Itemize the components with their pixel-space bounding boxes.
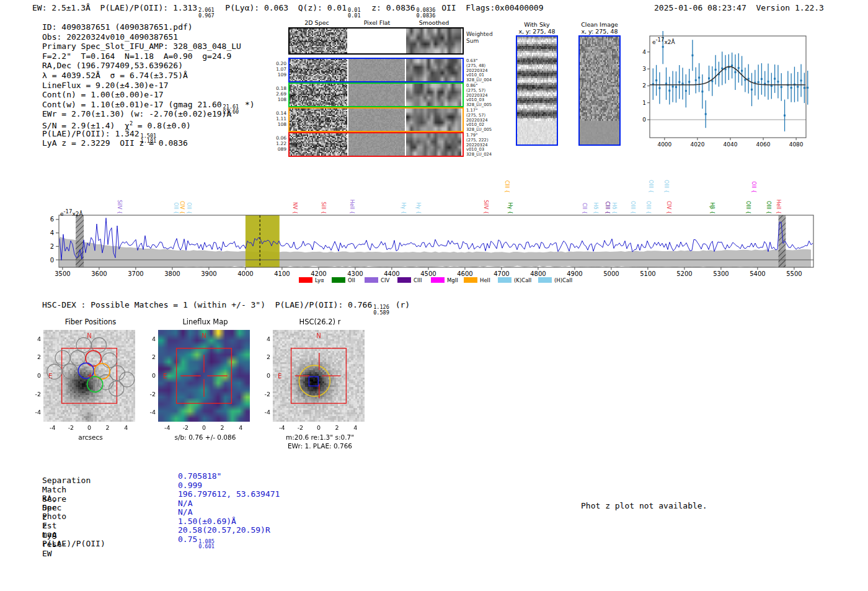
- x-tick-label: -4: [45, 424, 60, 431]
- legend-swatch: [431, 277, 445, 283]
- with-sky-image: [517, 37, 557, 144]
- left-label: 2.69: [272, 91, 286, 97]
- x-tick-label: 3700: [128, 270, 143, 277]
- legend-swatch: [538, 277, 552, 283]
- legend-swatch: [464, 277, 477, 283]
- emission-line-label: CIV {: [666, 201, 671, 214]
- match-row-value: 20.58(20.57,20.59)R: [178, 525, 270, 535]
- left-label: 1.11: [272, 116, 286, 122]
- left-label: 109: [272, 72, 286, 78]
- x-tick-label: -2: [293, 424, 308, 431]
- match-row-label: P(LAE)/P(OII): [42, 539, 105, 548]
- text-run: (r): [391, 300, 410, 309]
- data-point: [715, 69, 717, 71]
- spec2d-noise-image: [290, 109, 347, 131]
- hi-lo-stack: 1.1260.589: [373, 304, 389, 315]
- left-label: 0.14: [272, 110, 286, 116]
- y-tick-label: 0: [255, 372, 270, 379]
- hscdex-summary: HSC-DEX : Possible Matches = 1 (within +…: [42, 300, 410, 315]
- cutout-title: HSC(26.2) r: [254, 318, 386, 326]
- left-label: 0.06: [272, 135, 286, 141]
- cutout-xlabel2: EWr: 1. PLAE: 0.766: [254, 442, 386, 450]
- unit-exponent: -17: [656, 37, 665, 43]
- x-tick-label: 2: [100, 424, 115, 431]
- info-line: λ = 4039.52Å σ = 6.74(±3.75)Å: [42, 71, 255, 81]
- right-label: 328_LU_004: [466, 78, 498, 83]
- data-point: [672, 86, 674, 87]
- compass-east-label: E: [163, 373, 167, 380]
- match-row-value: 0.751.0850.601: [178, 535, 216, 549]
- legend-label: CIV: [381, 277, 389, 283]
- spec2d-row-left-labels: 0.061.22089: [272, 135, 286, 152]
- text-run: N/A: [178, 507, 192, 517]
- data-point: [777, 81, 779, 82]
- cutout-xlabel: m:20.6 re:1.3" s:0.7": [254, 433, 386, 441]
- text-run: 0.705818": [178, 471, 221, 481]
- text-run: Cont(w) = 1.10(±0.01)e-17 (gmag 21.60: [42, 100, 222, 109]
- right-label: 328_LU_005: [466, 128, 498, 133]
- x-tick-label: 4080: [789, 141, 804, 148]
- info-line: LyA z = 2.3229 OII z = 0.0836: [42, 138, 255, 148]
- emission-line-label: CII {: [582, 203, 587, 214]
- lo-value: 0.967: [198, 13, 215, 19]
- y-tick-label: 2: [26, 353, 41, 360]
- text-run: RA,Dec (196.797409,53.639626): [42, 61, 183, 70]
- x-tick-label: 5400: [750, 270, 765, 277]
- left-label: 108: [272, 122, 286, 127]
- elixer-report-page: { "header": { "segments": [ {"t":"EW: 2.…: [0, 0, 868, 591]
- text-run: λ = 4039.52Å σ = 6.74(±3.75)Å: [42, 71, 188, 80]
- lo-value: 0.01: [348, 13, 360, 19]
- legend-label: HeII: [480, 277, 490, 283]
- text-run: EWr = 2.70(±1.30) (w: -2.70(±0.02)e19)Å: [42, 109, 231, 118]
- legend-label: (K)CaII: [514, 277, 531, 283]
- compass-north-label: N: [87, 332, 91, 339]
- fiber-circle: [63, 364, 78, 379]
- text-run: 0.999: [178, 481, 202, 490]
- x-tick-label: 5300: [713, 270, 728, 277]
- smoothed-image: [406, 59, 461, 81]
- spec2d-row-right-labels: 1.17"(275, 57)20220324v010_02328_LU_005: [466, 109, 498, 133]
- header-version: Version 1.22.3: [756, 3, 824, 12]
- lo-value: 0.601: [198, 544, 215, 549]
- data-point: [658, 87, 660, 89]
- text-run: 1.50(±0.69)Å: [178, 517, 236, 526]
- data-point: [768, 81, 769, 82]
- data-point: [698, 77, 700, 79]
- cutout-overlay-svg: NE: [273, 330, 365, 422]
- emission-line-label: CIV {: [179, 201, 185, 214]
- smoothed-image: [406, 29, 461, 53]
- right-label: 328_LU_024: [466, 153, 498, 158]
- match-row-label: mag: [42, 530, 56, 539]
- main-chart-svg: 3500360037003800390040004100420043004400…: [0, 161, 868, 291]
- legend-label: Lyα: [315, 277, 324, 283]
- info-line: Cont(n) = 1.00(±0.00)e-17: [42, 90, 255, 100]
- match-row-label: Separation: [42, 476, 91, 485]
- noise-band: [60, 237, 811, 268]
- y-tick-label: -4: [255, 409, 270, 415]
- data-point: [781, 86, 782, 88]
- x-tick-label: 4600: [457, 270, 472, 277]
- data-point: [761, 78, 763, 80]
- x-tick-label: 4100: [274, 270, 290, 277]
- legend-label: OII: [348, 277, 355, 283]
- sky-panel-title: Clean Image: [562, 21, 637, 28]
- inset-chart-area: 4000402040404060408001234: [639, 31, 825, 152]
- emission-line-label: NV {: [292, 202, 298, 214]
- x-tick-label: -4: [275, 424, 290, 431]
- x-tick-label: 4: [233, 424, 248, 431]
- data-point: [668, 90, 670, 92]
- x-tick-label: 4000: [237, 270, 253, 277]
- legend-label: CIII: [414, 277, 422, 283]
- data-point: [695, 79, 697, 81]
- text-run: Primary Spec_Slot_IFU_AMP: 328_083_048_L…: [42, 42, 241, 51]
- y-tick-label: 1: [642, 100, 646, 106]
- spec2d-row-right-labels: 1.79"(275, 222)20220324v010_03328_LU_024: [466, 133, 498, 158]
- text-run: Obs: 20220324v010_4090387651: [42, 32, 178, 42]
- y-tick-label: 0: [141, 372, 156, 379]
- spec2d-row-right-labels: WeightedSum: [466, 31, 498, 45]
- legend-swatch: [332, 277, 345, 283]
- y-tick-label: -4: [26, 409, 41, 415]
- catalog-box: [309, 376, 318, 386]
- y-tick-label: 4: [141, 335, 156, 342]
- text-run: P(Lyα): 0.063 Q(z): 0.01: [216, 3, 347, 12]
